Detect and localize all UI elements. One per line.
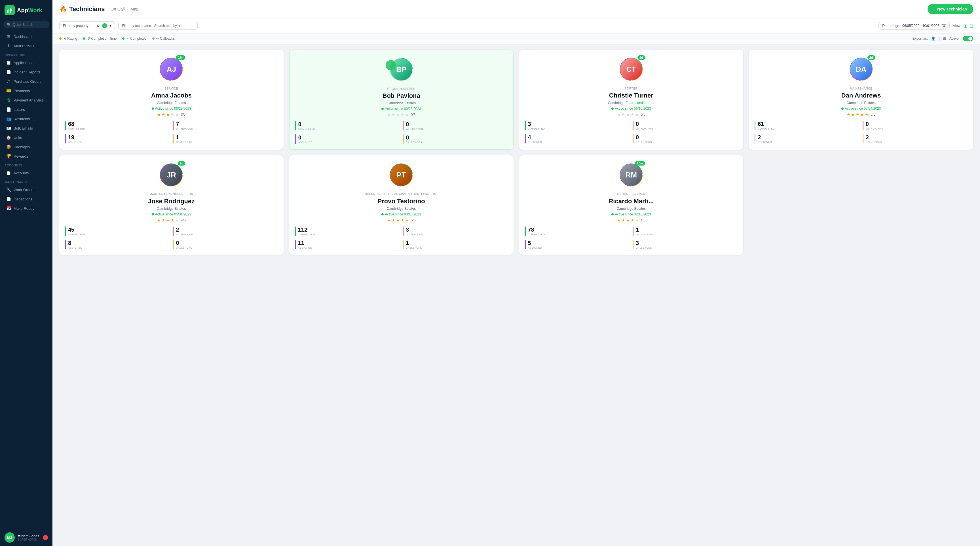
tech-property-row: Cambridge Estates xyxy=(157,101,186,105)
stats-row-bottom: 0 ASSIGNED 0 CALLBACKS xyxy=(295,134,508,144)
logo-icon xyxy=(5,5,15,15)
active-toggle[interactable] xyxy=(963,36,973,41)
completed-number: 0 xyxy=(298,121,400,128)
operations-section: OPERATIONS 📋 Applications 📄 Incident Rep… xyxy=(0,51,52,161)
sidebar-item-inspections[interactable]: 📄 Inspections xyxy=(2,194,51,203)
tech-property: Cambridge Estates xyxy=(157,207,186,211)
date-range-filter[interactable]: Date range: 06/05/2020 - 10/01/2023 📅 xyxy=(878,22,950,30)
export-grid-icon[interactable]: ⊞ xyxy=(943,37,946,41)
withdrawn-number: 1 xyxy=(636,227,738,233)
tech-role: MAINTENANCE xyxy=(850,87,872,90)
accounts-icon: 📋 xyxy=(6,171,11,175)
alerts-icon: ℹ xyxy=(6,44,11,48)
active-since-text: Active since 07/24/2023 xyxy=(845,106,881,111)
tech-property-extra[interactable]: and 1 other xyxy=(637,101,654,105)
assigned-number: 4 xyxy=(528,134,630,141)
sidebar-label-work-orders: Work Orders xyxy=(14,188,34,192)
tech-card-dan-andrews[interactable]: DA 2d MAINTENANCE Dan Andrews Cambridge … xyxy=(749,49,973,150)
avatar-container: RM 10m xyxy=(619,162,644,188)
sidebar-item-work-orders[interactable]: 🔧 Work Orders xyxy=(2,185,51,194)
view-list-button[interactable]: ⊟ xyxy=(969,23,973,29)
active-since: Active since 03/15/2023 xyxy=(382,212,421,216)
stat-completed: 45 COMPLETED xyxy=(65,227,170,236)
user-profile-area[interactable]: MJ Miriam Jones SUPER ADMIN xyxy=(0,529,52,546)
search-container[interactable]: 🔍 xyxy=(3,21,49,29)
tech-card-christie-turner[interactable]: CT 1d PORTER Christie Turner Cambridge E… xyxy=(519,49,743,150)
make-ready-icon: 📅 xyxy=(6,206,11,211)
tech-property-row: Cambridge Estates xyxy=(157,207,186,211)
tab-on-call[interactable]: On Call xyxy=(111,5,125,13)
logo[interactable]: AppWork xyxy=(0,0,52,19)
sidebar-item-applications[interactable]: 📋 Applications xyxy=(2,58,51,67)
sidebar-item-alerts[interactable]: ℹ Alerts 11931 xyxy=(2,41,51,51)
sidebar-item-units[interactable]: 🏠 Units xyxy=(2,133,51,142)
sort-rating[interactable]: ★ Rating xyxy=(59,37,77,41)
completed-label: COMPLETED xyxy=(68,127,170,130)
sidebar-label-incident: Incident Reports xyxy=(14,70,41,74)
sidebar-item-packages[interactable]: 📦 Packages xyxy=(2,142,51,151)
new-technician-button[interactable]: + New Technician xyxy=(928,4,973,14)
sidebar: AppWork 🔍 ⊞ Dashboard ℹ Alerts 11931 OPE… xyxy=(0,0,52,546)
tab-map[interactable]: Map xyxy=(130,5,138,13)
search-input[interactable] xyxy=(13,23,46,27)
sort-callbacks-label: ↩ Callbacks xyxy=(156,37,175,41)
presence-blob xyxy=(386,60,396,70)
sidebar-item-payments[interactable]: 💳 Payments xyxy=(2,86,51,95)
tech-card-bob-pavlona[interactable]: BP GROUNDSKEEPER Bob Pavlona Cambridge E… xyxy=(289,49,514,150)
tech-card-ricardo-marti[interactable]: RM 10m GROUNDSKEEPER Ricardo Marti... Ca… xyxy=(519,156,743,255)
property-filter-label: Filter by property: xyxy=(63,24,89,28)
sort-completion-time[interactable]: ⏱ Completion Time xyxy=(83,37,116,41)
filters-bar: Filter by property: ⊞ ⚙ 1 ▾ Filter by te… xyxy=(52,18,980,33)
avatar-container: JR 2d xyxy=(159,162,184,188)
property-filter[interactable]: Filter by property: ⊞ ⚙ 1 ▾ xyxy=(59,21,115,30)
callbacks-label: CALLBACKS xyxy=(176,141,278,143)
nav-top: ⊞ Dashboard ℹ Alerts 11931 xyxy=(0,32,52,51)
sidebar-item-make-ready[interactable]: 📅 Make Ready xyxy=(2,204,51,213)
tech-name: Christie Turner xyxy=(609,92,653,99)
completed-number: 68 xyxy=(68,121,170,127)
sidebar-label-dashboard: Dashboard xyxy=(14,35,32,39)
view-grid-button[interactable]: ⊞ xyxy=(964,23,967,29)
sidebar-item-letters[interactable]: 📄 Letters xyxy=(2,105,51,114)
callbacks-number: 0 xyxy=(176,240,278,246)
tech-card-provo-testorino[interactable]: PT SUPER TECH · THERE AIN'T NUTHIN' I CA… xyxy=(289,156,514,255)
date-range-value: 06/05/2020 - 10/01/2023 xyxy=(902,24,939,28)
tech-card-jose-rodriguez[interactable]: JR 2d MAINTENANCE SUPERVISOR Jose Rodrig… xyxy=(59,156,283,255)
page-header: 🔥 Technicians On Call Map + New Technici… xyxy=(52,0,980,18)
rating-score: 4/5 xyxy=(181,218,186,222)
active-since: Active since 09/28/2023 xyxy=(382,107,421,111)
tech-card-amna-jacobs[interactable]: AJ 16h SERVICE Amna Jacobs Cambridge Est… xyxy=(59,49,283,150)
withdrawn-label: WITHDRAWN xyxy=(176,127,278,130)
sidebar-item-purchase-orders[interactable]: 🖨 Purchase Orders xyxy=(2,77,51,86)
active-since: Active since 07/24/2023 xyxy=(842,106,881,111)
time-badge: 1d xyxy=(638,55,645,60)
avatar-image: CT xyxy=(620,58,642,80)
tech-property-row: Cambridge Estates xyxy=(387,207,416,211)
sidebar-item-accounts[interactable]: 📋 Accounts xyxy=(2,168,51,178)
sort-callbacks[interactable]: ↩ Callbacks xyxy=(152,37,175,41)
sidebar-item-incident-reports[interactable]: 📄 Incident Reports xyxy=(2,67,51,76)
sidebar-label-packages: Packages xyxy=(14,145,30,149)
sort-completed[interactable]: ✓ Completed xyxy=(122,37,146,41)
avatar-image: DA xyxy=(850,58,872,80)
tech-name-input[interactable] xyxy=(154,24,194,28)
sidebar-item-residents[interactable]: 👥 Residents xyxy=(2,114,51,123)
active-dot xyxy=(152,213,154,216)
sidebar-item-bulk-emails[interactable]: 📧 Bulk Emails xyxy=(2,124,51,133)
tech-name-filter[interactable]: Filter by tech name: xyxy=(118,22,198,30)
assigned-label: ASSIGNED xyxy=(298,141,400,144)
stats-row-top: 45 COMPLETED 2 WITHDRAWN xyxy=(65,227,278,236)
export-csv-icon[interactable]: 👤 xyxy=(931,37,935,41)
title-text: Technicians xyxy=(69,5,105,13)
sidebar-label-accounts: Accounts xyxy=(14,171,29,175)
stat-callbacks: 0 CALLBACKS xyxy=(633,134,738,143)
sidebar-item-rewards[interactable]: 🏆 Rewards xyxy=(2,152,51,161)
sidebar-item-dashboard[interactable]: ⊞ Dashboard xyxy=(2,32,51,41)
stat-withdrawn: 0 WITHDRAWN xyxy=(402,121,507,130)
stat-assigned: 0 ASSIGNED xyxy=(295,134,400,144)
sidebar-item-payment-analytics[interactable]: 💲 Payment Analytics xyxy=(2,95,51,105)
view-label: View: xyxy=(953,24,961,28)
property-filter-badge: 1 xyxy=(102,23,107,29)
stat-completed: 61 COMPLETED xyxy=(754,121,859,130)
withdrawn-label: WITHDRAWN xyxy=(406,128,507,130)
